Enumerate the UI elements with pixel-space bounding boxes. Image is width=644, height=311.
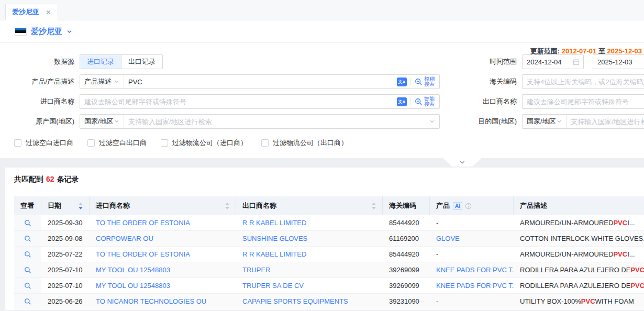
results-table: 查看 日期 进口商名称 出口商名称 海关编码 产品 AI (14, 196, 644, 309)
importer-link[interactable]: TO NICANOR TECHNOLOGIES OU (96, 297, 206, 305)
country-name: 爱沙尼亚 (31, 27, 62, 37)
view-cell (14, 247, 41, 262)
filter-checkbox[interactable]: 过滤物流公司（出口商） (261, 138, 348, 148)
sort-down-icon[interactable] (225, 207, 229, 209)
calendar-icon (573, 59, 580, 65)
sort-date-control[interactable] (74, 203, 83, 209)
exporter-link[interactable]: TRUPER (242, 266, 270, 274)
import-records-tab[interactable]: 进口记录 (80, 55, 121, 69)
tab-estonia[interactable]: 爱沙尼亚 ✕ (5, 4, 58, 20)
importer-link[interactable]: MY TOOL OU 12548803 (96, 282, 170, 290)
date-to-field (593, 54, 644, 69)
hs-code-input[interactable] (523, 75, 644, 88)
header-description: 产品描述 (514, 196, 644, 215)
translate-icon[interactable]: 文A (397, 97, 407, 106)
importer-link[interactable]: CORPOWEAR OU (96, 235, 153, 242)
description-text: ARMOURED/UN-ARMOURED (520, 250, 613, 258)
header-exporter[interactable]: 出口商名称 (236, 196, 383, 215)
divider (410, 78, 411, 85)
checkbox-box-icon[interactable] (14, 139, 21, 147)
sort-up-icon[interactable] (79, 203, 83, 205)
exporter-link[interactable]: SUNSHINE GLOVES (242, 235, 307, 242)
info-icon[interactable] (465, 203, 472, 209)
product-label[interactable]: KNEE PADS FOR PVC T... (436, 282, 514, 290)
sort-importer-control[interactable] (221, 203, 229, 209)
description-highlight: PVC (581, 297, 595, 305)
description-text: I... (627, 250, 635, 258)
search-icon (24, 251, 31, 258)
exporter-cell: SUNSHINE GLOVES (236, 231, 383, 246)
date-from-input[interactable] (523, 55, 573, 69)
view-record-button[interactable] (24, 282, 31, 290)
description-text: UTILITY BOX-100% (520, 297, 581, 305)
origin-country-input[interactable] (124, 115, 429, 128)
description-cell: ARMOURED/UN-ARMOURED PVC I... (514, 215, 644, 230)
exporter-link[interactable]: CAPAPIE SPORTS EQUIPMENTS (242, 297, 348, 305)
search-icon (24, 298, 31, 305)
origin-type-select[interactable]: 国家/地区 (80, 115, 124, 128)
translate-icon[interactable]: 文A (397, 77, 407, 86)
importer-label: 进口商名称 (0, 94, 74, 109)
importer-cell: TO NICANOR TECHNOLOGIES OU (90, 294, 236, 309)
exporter-cell: TRUPER SA DE CV (236, 278, 383, 293)
importer-input[interactable] (80, 95, 397, 108)
view-record-button[interactable] (24, 235, 31, 242)
importer-link[interactable]: TO THE ORDER OF ESTONIA (96, 219, 190, 227)
description-cell: RODILLERA PARA AZULEJERO DE PVC (514, 278, 644, 293)
checkbox-box-icon[interactable] (161, 139, 168, 147)
view-record-button[interactable] (24, 251, 31, 258)
update-range-from: 2012-07-01 (562, 47, 597, 55)
product-search-input[interactable] (124, 75, 397, 88)
view-cell (14, 262, 41, 277)
date-to-input[interactable] (593, 55, 644, 69)
data-source-toggle: 进口记录 出口记录 (80, 54, 163, 69)
checkbox-box-icon[interactable] (87, 139, 95, 147)
collapse-filters-button[interactable] (443, 158, 482, 166)
fuzzy-search-button[interactable]: 模糊搜索 (415, 76, 439, 87)
view-record-button[interactable] (24, 266, 31, 274)
description-text: I... (627, 219, 635, 227)
checkbox-box-icon[interactable] (261, 139, 269, 147)
update-range-word: 至 (598, 47, 605, 55)
exporter-input[interactable] (523, 95, 644, 108)
filter-checkbox[interactable]: 过滤空白进口商 (14, 138, 73, 148)
view-cell (14, 215, 41, 230)
sort-exporter-control[interactable] (368, 203, 376, 209)
description-text: COTTON INTERLOCK WHITE GLOVES... (520, 235, 644, 242)
tab-bar: 爱沙尼亚 ✕ (0, 0, 644, 20)
sort-down-icon[interactable] (79, 207, 83, 209)
destination-type-select[interactable]: 国家/地区 (523, 115, 567, 128)
product-label[interactable]: KNEE PADS FOR PVC T... (436, 266, 514, 274)
sort-up-icon[interactable] (372, 203, 376, 205)
view-record-button[interactable] (24, 219, 31, 227)
search-minus-icon (415, 98, 423, 106)
header-date[interactable]: 日期 (41, 196, 90, 215)
description-cell: ARMOURED/UN-ARMOURED PVC I... (514, 247, 644, 262)
exporter-link[interactable]: R R KABEL LIMITED (242, 250, 306, 258)
exporter-link[interactable]: R R KABEL LIMITED (242, 219, 306, 227)
sort-up-icon[interactable] (225, 203, 229, 205)
exporter-link[interactable]: TRUPER SA DE CV (242, 282, 304, 290)
summary-count: 62 (46, 175, 54, 183)
header-importer[interactable]: 进口商名称 (90, 196, 236, 215)
importer-link[interactable]: MY TOOL OU 12548803 (96, 266, 170, 274)
hs-code-field (522, 74, 644, 89)
close-icon[interactable]: ✕ (46, 8, 51, 16)
origin-type-value: 国家/地区 (84, 117, 114, 126)
filter-checkbox[interactable]: 过滤物流公司（进口商） (161, 138, 247, 148)
view-record-button[interactable] (24, 298, 31, 305)
filter-checkbox[interactable]: 过滤空白出口商 (87, 138, 147, 148)
results-summary: 共匹配到62条记录 (14, 175, 79, 184)
product-label[interactable]: GLOVE (436, 235, 460, 242)
description-highlight: PVC (613, 250, 627, 258)
product-type-select[interactable]: 产品描述 (80, 75, 124, 88)
product-cell: - (430, 294, 514, 309)
importer-link[interactable]: TO THE ORDER OF ESTONIA (96, 250, 190, 258)
sort-down-icon[interactable] (372, 207, 376, 209)
destination-country-input[interactable] (567, 115, 644, 128)
view-cell (14, 231, 41, 246)
export-records-tab[interactable]: 出口记录 (121, 55, 162, 69)
smart-search-button[interactable]: 智能搜索 (415, 96, 439, 107)
description-text: ARMOURED/UN-ARMOURED (520, 219, 613, 227)
country-selector[interactable]: 爱沙尼亚 (15, 27, 72, 37)
